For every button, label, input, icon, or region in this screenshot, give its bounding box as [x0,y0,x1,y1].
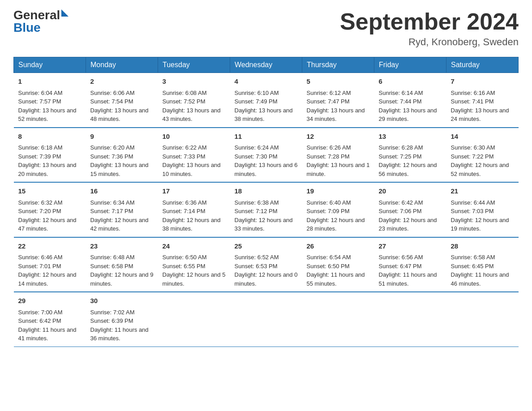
col-header-saturday: Saturday [446,57,519,73]
day-number: 18 [235,186,298,197]
day-number: 26 [307,241,370,252]
calendar-cell: 13Sunrise: 6:28 AMSunset: 7:25 PMDayligh… [374,128,446,183]
calendar-cell: 30Sunrise: 7:02 AMSunset: 6:39 PMDayligh… [86,292,158,347]
day-info: Sunrise: 6:26 AMSunset: 7:28 PMDaylight:… [307,143,370,178]
day-info: Sunrise: 6:24 AMSunset: 7:30 PMDaylight:… [235,143,298,178]
day-info: Sunrise: 6:40 AMSunset: 7:09 PMDaylight:… [307,198,370,233]
day-info: Sunrise: 6:42 AMSunset: 7:06 PMDaylight:… [379,198,442,233]
calendar-cell: 6Sunrise: 6:14 AMSunset: 7:44 PMDaylight… [374,73,446,128]
calendar-cell: 29Sunrise: 7:00 AMSunset: 6:42 PMDayligh… [14,292,86,347]
calendar-cell: 20Sunrise: 6:42 AMSunset: 7:06 PMDayligh… [374,182,446,237]
calendar-cell: 25Sunrise: 6:52 AMSunset: 6:53 PMDayligh… [230,237,302,292]
page-header: General Blue September 2024 Ryd, Kronobe… [13,9,519,48]
col-header-monday: Monday [86,57,158,73]
day-number: 4 [235,77,298,87]
day-number: 24 [163,241,226,252]
day-info: Sunrise: 6:56 AMSunset: 6:47 PMDaylight:… [379,253,442,288]
calendar-cell: 17Sunrise: 6:36 AMSunset: 7:14 PMDayligh… [158,182,230,237]
day-number: 17 [163,186,226,197]
calendar-cell: 8Sunrise: 6:18 AMSunset: 7:39 PMDaylight… [14,128,86,183]
day-number: 13 [379,132,442,142]
day-number: 2 [90,77,154,87]
day-info: Sunrise: 6:54 AMSunset: 6:50 PMDaylight:… [307,253,370,288]
day-info: Sunrise: 6:10 AMSunset: 7:49 PMDaylight:… [235,89,298,124]
col-header-wednesday: Wednesday [230,57,302,73]
col-header-thursday: Thursday [302,57,374,73]
calendar-cell: 28Sunrise: 6:58 AMSunset: 6:45 PMDayligh… [446,237,519,292]
calendar-week-row: 15Sunrise: 6:32 AMSunset: 7:20 PMDayligh… [14,182,519,237]
day-number: 30 [90,296,154,306]
day-info: Sunrise: 6:58 AMSunset: 6:45 PMDaylight:… [451,253,514,288]
day-number: 6 [379,77,442,87]
day-info: Sunrise: 6:32 AMSunset: 7:20 PMDaylight:… [18,198,82,233]
day-number: 3 [163,77,226,87]
calendar-cell: 11Sunrise: 6:24 AMSunset: 7:30 PMDayligh… [230,128,302,183]
day-number: 19 [307,186,370,197]
title-section: September 2024 Ryd, Kronoberg, Sweden [340,9,519,48]
col-header-friday: Friday [374,57,446,73]
day-info: Sunrise: 6:22 AMSunset: 7:33 PMDaylight:… [163,143,226,178]
calendar-cell [446,292,519,347]
day-number: 10 [163,132,226,142]
calendar-cell: 2Sunrise: 6:06 AMSunset: 7:54 PMDaylight… [86,73,158,128]
month-year-title: September 2024 [340,9,519,34]
calendar-table: SundayMondayTuesdayWednesdayThursdayFrid… [13,57,519,347]
day-info: Sunrise: 7:00 AMSunset: 6:42 PMDaylight:… [18,308,82,343]
day-number: 22 [18,241,82,252]
day-info: Sunrise: 6:04 AMSunset: 7:57 PMDaylight:… [18,89,82,124]
day-number: 20 [379,186,442,197]
day-info: Sunrise: 6:48 AMSunset: 6:58 PMDaylight:… [90,253,154,288]
calendar-cell: 22Sunrise: 6:46 AMSunset: 7:01 PMDayligh… [14,237,86,292]
calendar-cell: 23Sunrise: 6:48 AMSunset: 6:58 PMDayligh… [86,237,158,292]
day-number: 25 [235,241,298,252]
calendar-header-row: SundayMondayTuesdayWednesdayThursdayFrid… [14,57,519,73]
day-info: Sunrise: 6:38 AMSunset: 7:12 PMDaylight:… [235,198,298,233]
day-info: Sunrise: 6:36 AMSunset: 7:14 PMDaylight:… [163,198,226,233]
col-header-tuesday: Tuesday [158,57,230,73]
day-number: 11 [235,132,298,142]
day-number: 15 [18,186,82,197]
day-info: Sunrise: 6:08 AMSunset: 7:52 PMDaylight:… [163,89,226,124]
calendar-cell: 21Sunrise: 6:44 AMSunset: 7:03 PMDayligh… [446,182,519,237]
day-info: Sunrise: 6:52 AMSunset: 6:53 PMDaylight:… [235,253,298,288]
calendar-cell: 9Sunrise: 6:20 AMSunset: 7:36 PMDaylight… [86,128,158,183]
day-info: Sunrise: 6:18 AMSunset: 7:39 PMDaylight:… [18,143,82,178]
day-number: 5 [307,77,370,87]
day-info: Sunrise: 6:20 AMSunset: 7:36 PMDaylight:… [90,143,154,178]
day-info: Sunrise: 6:44 AMSunset: 7:03 PMDaylight:… [451,198,514,233]
day-number: 28 [451,241,514,252]
logo-blue-text: Blue [13,21,41,34]
day-info: Sunrise: 6:06 AMSunset: 7:54 PMDaylight:… [90,89,154,124]
calendar-cell: 1Sunrise: 6:04 AMSunset: 7:57 PMDaylight… [14,73,86,128]
calendar-cell: 19Sunrise: 6:40 AMSunset: 7:09 PMDayligh… [302,182,374,237]
calendar-cell: 14Sunrise: 6:30 AMSunset: 7:22 PMDayligh… [446,128,519,183]
day-number: 29 [18,296,82,306]
calendar-cell [302,292,374,347]
calendar-cell: 15Sunrise: 6:32 AMSunset: 7:20 PMDayligh… [14,182,86,237]
day-info: Sunrise: 6:50 AMSunset: 6:55 PMDaylight:… [163,253,226,288]
day-number: 9 [90,132,154,142]
calendar-cell [374,292,446,347]
day-info: Sunrise: 6:28 AMSunset: 7:25 PMDaylight:… [379,143,442,178]
calendar-week-row: 8Sunrise: 6:18 AMSunset: 7:39 PMDaylight… [14,128,519,183]
day-number: 16 [90,186,154,197]
calendar-cell: 16Sunrise: 6:34 AMSunset: 7:17 PMDayligh… [86,182,158,237]
day-number: 1 [18,77,82,87]
day-info: Sunrise: 7:02 AMSunset: 6:39 PMDaylight:… [90,308,154,343]
day-info: Sunrise: 6:12 AMSunset: 7:47 PMDaylight:… [307,89,370,124]
calendar-cell: 7Sunrise: 6:16 AMSunset: 7:41 PMDaylight… [446,73,519,128]
location-subtitle: Ryd, Kronoberg, Sweden [340,36,519,48]
calendar-cell: 4Sunrise: 6:10 AMSunset: 7:49 PMDaylight… [230,73,302,128]
logo: General Blue [13,9,69,34]
day-number: 27 [379,241,442,252]
calendar-cell: 24Sunrise: 6:50 AMSunset: 6:55 PMDayligh… [158,237,230,292]
logo-general-text: General [13,9,60,21]
day-info: Sunrise: 6:16 AMSunset: 7:41 PMDaylight:… [451,89,514,124]
day-number: 21 [451,186,514,197]
calendar-cell: 27Sunrise: 6:56 AMSunset: 6:47 PMDayligh… [374,237,446,292]
col-header-sunday: Sunday [14,57,86,73]
calendar-week-row: 22Sunrise: 6:46 AMSunset: 7:01 PMDayligh… [14,237,519,292]
day-number: 23 [90,241,154,252]
day-info: Sunrise: 6:14 AMSunset: 7:44 PMDaylight:… [379,89,442,124]
calendar-cell: 3Sunrise: 6:08 AMSunset: 7:52 PMDaylight… [158,73,230,128]
